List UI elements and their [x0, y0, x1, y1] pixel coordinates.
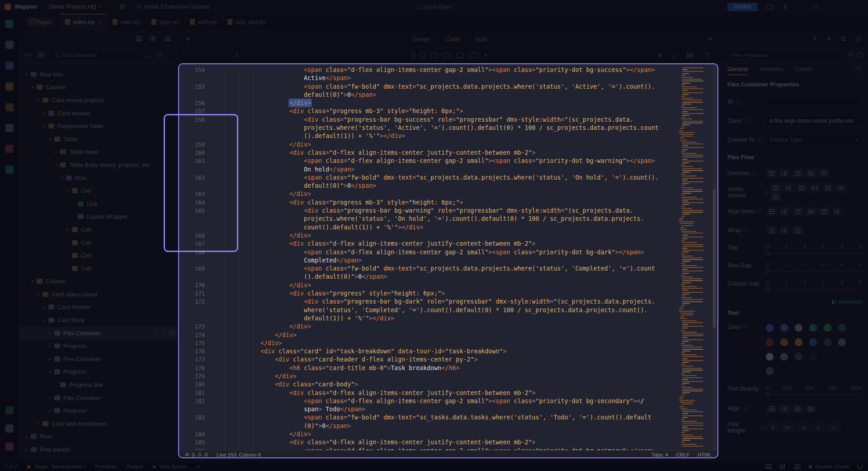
- add-element-icon[interactable]: +: [162, 330, 165, 336]
- info-icon[interactable]: i: [752, 171, 758, 176]
- tree-item-cell[interactable]: Cell: [19, 249, 178, 262]
- direction-option-1-button[interactable]: [766, 169, 778, 178]
- edit-pencil-icon[interactable]: ✎: [813, 35, 818, 42]
- color-swatch[interactable]: [780, 353, 788, 361]
- tree-item-link[interactable]: Link: [19, 197, 178, 210]
- scrollbar-thumb[interactable]: [713, 189, 716, 327]
- components-icon[interactable]: [5, 166, 14, 174]
- security-icon[interactable]: [5, 145, 14, 153]
- code-line[interactable]: Completed</span>: [179, 257, 675, 265]
- justify-content-option-3-button[interactable]: [796, 183, 808, 192]
- code-line[interactable]: 165<div class="progress-bar bg-warning" …: [179, 207, 675, 215]
- gap-slider-knob[interactable]: [765, 251, 770, 256]
- tree-item-flex-container[interactable]: ▸Flex Container: [19, 391, 178, 404]
- justify-content-option-5-button[interactable]: [822, 183, 834, 192]
- target-selector[interactable]: Target: Development ▾: [27, 464, 85, 469]
- tree-item-column[interactable]: ▾Column: [19, 81, 178, 94]
- close-icon[interactable]: ×: [99, 19, 102, 25]
- tree-item-cell[interactable]: ▾Cell: [19, 184, 178, 197]
- code-line[interactable]: 185<div class="d-flex align-items-center…: [179, 438, 675, 447]
- wrap-option-1-button[interactable]: [766, 226, 778, 235]
- code-line[interactable]: 157<div class="progress mb-3" style="hei…: [179, 107, 675, 115]
- chevron-down-icon[interactable]: ▾: [59, 176, 65, 180]
- chevron-down-icon[interactable]: ▾: [47, 370, 53, 374]
- tree-item-column[interactable]: ▾Column: [19, 275, 178, 288]
- code-line[interactable]: count().default(1)) + '%'"></div>: [179, 224, 675, 232]
- text-opacity-slider-track[interactable]: [766, 394, 862, 395]
- filter-properties-input[interactable]: Filter Properties: [726, 50, 844, 60]
- tree-item-row[interactable]: ▾Row: [19, 171, 178, 185]
- help-icon[interactable]: ?: [857, 52, 863, 58]
- info-icon[interactable]: i: [760, 425, 766, 430]
- direction-option-4-button[interactable]: [805, 169, 817, 178]
- tree-item-table[interactable]: ▾Table: [19, 133, 178, 146]
- add-target-button[interactable]: +: [197, 463, 200, 470]
- server-connect-icon[interactable]: [5, 103, 14, 111]
- minimap[interactable]: [676, 67, 704, 450]
- chevron-right-icon[interactable]: ▸: [47, 395, 53, 400]
- code-line[interactable]: On hold</span>: [179, 166, 675, 174]
- language-mode[interactable]: HTML: [698, 452, 712, 457]
- color-swatch[interactable]: [809, 353, 817, 361]
- color-swatch[interactable]: [809, 324, 817, 332]
- code-line[interactable]: ().default(0)">0</span>: [179, 273, 675, 281]
- align-items-option-4-button[interactable]: [805, 207, 817, 216]
- color-swatch[interactable]: [766, 324, 774, 332]
- tab-index.ejs[interactable]: index.ejs×: [60, 14, 108, 31]
- justify-content-option-4-button[interactable]: [809, 183, 821, 192]
- direction-option-2-button[interactable]: [779, 169, 791, 178]
- color-swatch[interactable]: [766, 353, 774, 361]
- tree-item-card-task-breakdown[interactable]: ▸Card task-breakdown: [19, 417, 178, 430]
- chevron-down-icon[interactable]: ▾: [35, 292, 42, 296]
- font-weight-n-button[interactable]: N: [797, 423, 810, 432]
- align-items-option-6-button[interactable]: [831, 207, 843, 216]
- code-line[interactable]: 163</div>: [179, 190, 675, 198]
- font-weight-l--button[interactable]: L+: [827, 423, 841, 432]
- help-icon[interactable]: ?: [703, 52, 710, 59]
- code-view-icon[interactable]: </>: [24, 52, 33, 58]
- styles-icon[interactable]: [5, 41, 14, 49]
- menu-hamburger-icon[interactable]: ☰: [840, 35, 846, 42]
- justify-content-option-6-button[interactable]: [835, 183, 847, 192]
- tree-item-responsive-table[interactable]: ▾Responsive Table: [19, 119, 178, 133]
- font-weight-b-button[interactable]: B: [766, 423, 779, 432]
- align-option-2-button[interactable]: [779, 404, 791, 413]
- device-tablet-portrait-icon[interactable]: [420, 52, 425, 58]
- terminal-icon[interactable]: [780, 464, 786, 469]
- code-line[interactable]: projects.where('status', 'Active', '=').…: [179, 124, 675, 132]
- tab-task_add.ejs[interactable]: task_add.ejs: [222, 14, 271, 31]
- system-check-button[interactable]: System Check: [809, 464, 849, 469]
- align-items-option-3-button[interactable]: [792, 207, 804, 216]
- row-gap-slider-track[interactable]: [766, 271, 862, 272]
- code-line[interactable]: 160<div class="d-flex align-items-center…: [179, 149, 675, 157]
- gap-slider-track[interactable]: [766, 253, 862, 254]
- bindings-lightning-icon[interactable]: ↯: [657, 52, 662, 59]
- tree-item-flex-container[interactable]: ▸Flex Container: [19, 352, 178, 366]
- chevron-right-icon[interactable]: ▸: [41, 305, 47, 309]
- chevron-down-icon[interactable]: ▾: [29, 85, 36, 90]
- tree-item-cell[interactable]: Cell: [19, 236, 178, 249]
- chevron-down-icon[interactable]: ▾: [41, 318, 47, 323]
- code-line[interactable]: 181<div class="d-flex align-items-center…: [179, 389, 675, 397]
- advanced-toggle[interactable]: Advanced: [727, 299, 862, 305]
- tree-item-row-panels[interactable]: ▸Row panels: [19, 443, 178, 456]
- tree-item-card-header[interactable]: ▸Card Header: [19, 107, 178, 120]
- tab-auth.ejs[interactable]: auth.ejs: [185, 14, 222, 31]
- help-icon[interactable]: ?: [855, 66, 862, 73]
- chevron-down-icon[interactable]: ▾: [24, 72, 30, 76]
- info-icon[interactable]: i: [744, 228, 749, 233]
- code-line[interactable]: 175</div>: [179, 339, 675, 347]
- chevron-down-icon[interactable]: ▾: [41, 124, 47, 128]
- color-swatch[interactable]: [766, 367, 774, 375]
- code-line[interactable]: default(0)">0</span>: [179, 182, 675, 190]
- chevron-down-icon[interactable]: ▾: [35, 98, 42, 102]
- extension-updates[interactable]: ↻ Install 3 Extension Updates: [137, 4, 210, 10]
- row-gap-slider-knob[interactable]: [765, 269, 770, 274]
- chevron-right-icon[interactable]: ▸: [24, 447, 30, 452]
- help-icon[interactable]: ?: [812, 4, 819, 10]
- justify-content-option-1-button[interactable]: [770, 183, 782, 192]
- chevron-down-icon[interactable]: ▾: [47, 137, 53, 141]
- align-option-3-button[interactable]: [792, 404, 804, 413]
- justify-content-option-7-button[interactable]: [770, 192, 782, 201]
- code-editor[interactable]: 154<span class="d-flex align-items-cente…: [179, 64, 718, 458]
